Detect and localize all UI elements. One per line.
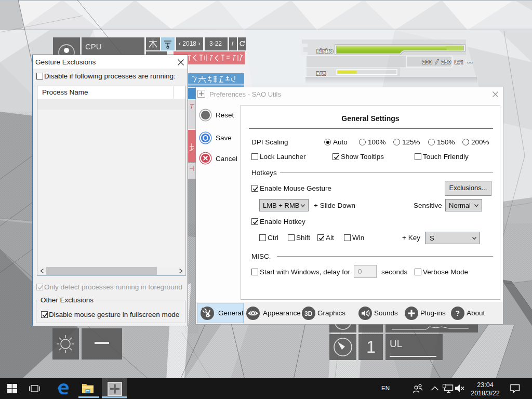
svg-text:LV: --: LV: -- — [454, 59, 473, 65]
svg-text:?: ? — [456, 309, 460, 317]
svg-text:3D: 3D — [304, 310, 313, 317]
svg-text:233 / 250: 233 / 250 — [422, 59, 451, 65]
svg-text:RAM: RAM — [316, 71, 326, 77]
svg-text:Kirito: Kirito — [316, 49, 334, 55]
